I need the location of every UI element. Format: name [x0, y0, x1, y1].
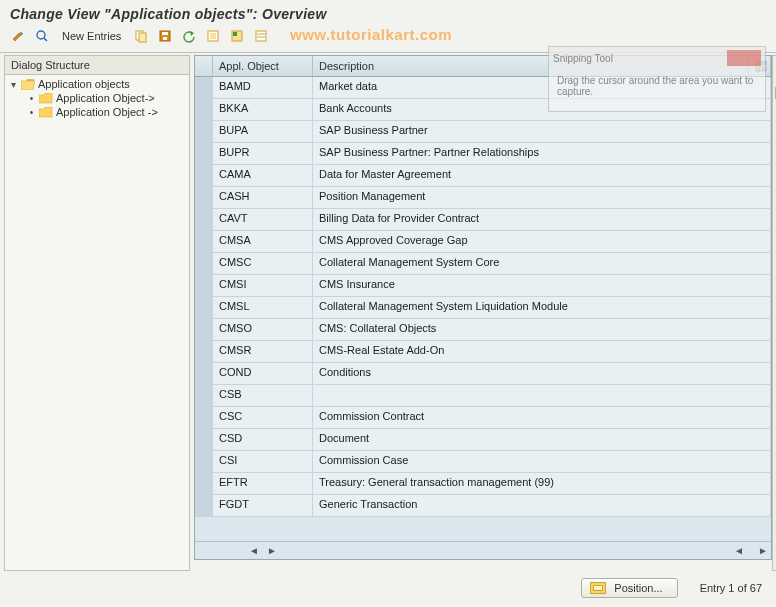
cell-description[interactable]: CMS-Real Estate Add-On	[313, 341, 771, 362]
table-row: BAMDMarket data	[195, 77, 771, 99]
cell-description[interactable]: SAP Business Partner	[313, 121, 771, 142]
row-selector[interactable]	[195, 495, 213, 516]
cell-appl-object[interactable]: CSB	[213, 385, 313, 406]
table-row: CMSACMS Approved Coverage Gap	[195, 231, 771, 253]
cell-description[interactable]: CMS Approved Coverage Gap	[313, 231, 771, 252]
cell-description[interactable]: Treasury: General transaction management…	[313, 473, 771, 494]
toolbar: New Entries www.tutorialkart.com	[0, 24, 776, 53]
deselect-all-icon[interactable]	[251, 26, 271, 46]
row-selector[interactable]	[195, 451, 213, 472]
column-appl-object[interactable]: Appl. Object	[213, 56, 313, 76]
cell-appl-object[interactable]: CMSC	[213, 253, 313, 274]
row-selector[interactable]	[195, 473, 213, 494]
cell-description[interactable]: Bank Accounts	[313, 99, 771, 120]
cell-description[interactable]: Conditions	[313, 363, 771, 384]
row-selector[interactable]	[195, 385, 213, 406]
cell-description[interactable]: Commission Case	[313, 451, 771, 472]
cell-description[interactable]: Position Management	[313, 187, 771, 208]
row-selector[interactable]	[195, 165, 213, 186]
horizontal-scrollbar[interactable]: ◄ ► ◄ ►	[195, 541, 771, 559]
table-row: CSDDocument	[195, 429, 771, 451]
save-icon[interactable]	[155, 26, 175, 46]
new-entries-button[interactable]: New Entries	[56, 28, 127, 44]
row-selector[interactable]	[195, 99, 213, 120]
select-block-icon[interactable]	[227, 26, 247, 46]
svg-rect-4	[139, 33, 146, 42]
tree-child-application-object-1[interactable]: • Application Object->	[5, 91, 189, 105]
cell-appl-object[interactable]: CMSI	[213, 275, 313, 296]
cell-description[interactable]: Commission Contract	[313, 407, 771, 428]
cell-appl-object[interactable]: CMSR	[213, 341, 313, 362]
table-row: EFTRTreasury: General transaction manage…	[195, 473, 771, 495]
cell-appl-object[interactable]: BUPR	[213, 143, 313, 164]
copy-icon[interactable]	[131, 26, 151, 46]
table-row: CMSCCollateral Management System Core	[195, 253, 771, 275]
cell-appl-object[interactable]: COND	[213, 363, 313, 384]
toggle-display-change-icon[interactable]	[8, 26, 28, 46]
select-all-column[interactable]	[195, 56, 213, 76]
row-selector[interactable]	[195, 429, 213, 450]
bullet-icon: •	[27, 107, 36, 118]
cell-description[interactable]	[313, 385, 771, 406]
row-selector[interactable]	[195, 121, 213, 142]
cell-description[interactable]: SAP Business Partner: Partner Relationsh…	[313, 143, 771, 164]
row-selector[interactable]	[195, 253, 213, 274]
expand-toggle-icon[interactable]: ▾	[9, 79, 18, 90]
undo-icon[interactable]	[179, 26, 199, 46]
scroll-right-icon[interactable]: ►	[264, 543, 280, 559]
row-selector[interactable]	[195, 297, 213, 318]
position-icon	[590, 582, 606, 594]
cell-description[interactable]: Document	[313, 429, 771, 450]
cell-appl-object[interactable]: CAVT	[213, 209, 313, 230]
table-row: CONDConditions	[195, 363, 771, 385]
cell-description[interactable]: Generic Transaction	[313, 495, 771, 516]
scroll-left-end-icon[interactable]: ◄	[731, 543, 747, 559]
cell-appl-object[interactable]: CASH	[213, 187, 313, 208]
cell-appl-object[interactable]: BAMD	[213, 77, 313, 98]
cell-appl-object[interactable]: EFTR	[213, 473, 313, 494]
row-selector[interactable]	[195, 187, 213, 208]
row-selector[interactable]	[195, 363, 213, 384]
row-selector[interactable]	[195, 77, 213, 98]
application-objects-table: Appl. Object Description BAMDMarket data…	[194, 55, 772, 560]
cell-appl-object[interactable]: CMSL	[213, 297, 313, 318]
folder-icon	[39, 93, 53, 104]
tree-root-application-objects[interactable]: ▾ Application objects	[5, 77, 189, 91]
row-selector[interactable]	[195, 209, 213, 230]
select-all-icon[interactable]	[203, 26, 223, 46]
cell-appl-object[interactable]: CMSO	[213, 319, 313, 340]
position-button[interactable]: Position...	[581, 578, 677, 598]
cell-description[interactable]: Data for Master Agreement	[313, 165, 771, 186]
cell-description[interactable]: CMS Insurance	[313, 275, 771, 296]
cell-appl-object[interactable]: CAMA	[213, 165, 313, 186]
vertical-scrollbar[interactable]: ▴ ▾	[772, 55, 776, 571]
row-selector[interactable]	[195, 275, 213, 296]
scroll-left-icon[interactable]: ◄	[246, 543, 262, 559]
scroll-right-end-icon[interactable]: ►	[755, 543, 771, 559]
row-selector[interactable]	[195, 341, 213, 362]
cell-appl-object[interactable]: CSI	[213, 451, 313, 472]
row-selector[interactable]	[195, 231, 213, 252]
cell-appl-object[interactable]: FGDT	[213, 495, 313, 516]
row-selector[interactable]	[195, 407, 213, 428]
find-icon[interactable]	[32, 26, 52, 46]
cell-description[interactable]: CMS: Collateral Objects	[313, 319, 771, 340]
tree-root-label: Application objects	[38, 78, 130, 90]
svg-line-2	[44, 38, 47, 41]
column-description[interactable]: Description	[313, 56, 749, 76]
cell-description[interactable]: Billing Data for Provider Contract	[313, 209, 771, 230]
sidebar-header: Dialog Structure	[5, 56, 189, 75]
cell-appl-object[interactable]: BUPA	[213, 121, 313, 142]
cell-appl-object[interactable]: BKKA	[213, 99, 313, 120]
tree-child-application-object-2[interactable]: • Application Object ->	[5, 105, 189, 119]
cell-appl-object[interactable]: CSD	[213, 429, 313, 450]
row-selector[interactable]	[195, 143, 213, 164]
svg-rect-11	[233, 32, 237, 36]
cell-appl-object[interactable]: CMSA	[213, 231, 313, 252]
row-selector[interactable]	[195, 319, 213, 340]
cell-description[interactable]: Market data	[313, 77, 771, 98]
cell-appl-object[interactable]: CSC	[213, 407, 313, 428]
table-config-icon[interactable]	[749, 56, 771, 76]
cell-description[interactable]: Collateral Management System Liquidation…	[313, 297, 771, 318]
cell-description[interactable]: Collateral Management System Core	[313, 253, 771, 274]
